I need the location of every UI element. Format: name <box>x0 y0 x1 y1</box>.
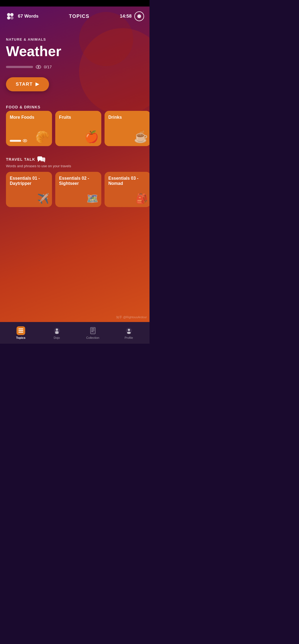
svg-rect-14 <box>18 332 23 333</box>
card-name: Drinks <box>108 115 147 120</box>
nav-item-dojo[interactable]: Dojo <box>49 326 65 339</box>
header-title: TOPICS <box>69 14 90 19</box>
svg-rect-20 <box>91 329 95 329</box>
svg-rect-12 <box>18 329 23 329</box>
svg-point-17 <box>55 332 59 334</box>
status-bar <box>0 0 150 7</box>
start-button[interactable]: START <box>6 77 49 91</box>
category-label: NATURE & ANIMALS <box>6 37 144 41</box>
travel-section: TRAVEL TALK Words and phrases to use on … <box>0 151 150 212</box>
svg-rect-22 <box>91 331 93 332</box>
card-fruits[interactable]: Fruits 🍎 <box>55 111 101 146</box>
bottom-nav: Topics Dojo Collection <box>0 322 150 344</box>
hero-section: NATURE & ANIMALS Weather 0/17 START <box>0 24 150 99</box>
card-eye-icon <box>23 139 27 142</box>
svg-point-24 <box>128 329 130 331</box>
svg-point-0 <box>7 13 10 16</box>
nav-item-collection[interactable]: Collection <box>85 326 101 339</box>
topics-icon <box>17 326 25 335</box>
card-name: More Foods <box>10 115 48 120</box>
travel-cards-row: Essentials 01 - Daytripper ✈️ Essentials… <box>6 172 150 209</box>
nav-item-profile[interactable]: Profile <box>121 326 137 339</box>
play-icon <box>35 82 39 86</box>
svg-marker-9 <box>38 160 40 162</box>
speech-bubbles-icon <box>37 156 46 162</box>
svg-point-1 <box>10 13 14 16</box>
svg-rect-19 <box>90 327 95 334</box>
word-count: 67 Words <box>18 14 38 19</box>
start-label: START <box>16 82 33 87</box>
record-inner <box>137 14 141 18</box>
card-icon: 🥐 <box>35 130 49 143</box>
svg-rect-21 <box>91 330 95 330</box>
card-icon: ☕ <box>134 130 148 143</box>
card-essentials-01[interactable]: Essentials 01 - Daytripper ✈️ <box>6 172 52 207</box>
nav-item-topics[interactable]: Topics <box>13 326 29 339</box>
svg-marker-11 <box>43 161 45 162</box>
profile-icon <box>125 326 133 335</box>
time-display: 14:58 <box>120 14 132 19</box>
food-section: FOOD & DRINKS More Foods 🥐 Fruits 🍎 <box>0 99 150 151</box>
card-icon: 🍎 <box>84 130 99 143</box>
svg-point-3 <box>10 16 14 20</box>
travel-section-subtitle: Words and phrases to use on your travels <box>6 164 150 168</box>
dojo-label: Dojo <box>54 336 60 339</box>
card-essentials-03[interactable]: Essentials 03 - Nomad 🎒 <box>105 172 150 207</box>
food-section-label: FOOD & DRINKS <box>6 105 41 109</box>
card-drinks[interactable]: Drinks ☕ <box>105 111 150 146</box>
travel-section-label: TRAVEL TALK <box>6 157 35 162</box>
record-button[interactable] <box>134 11 144 21</box>
card-name: Fruits <box>59 115 98 120</box>
card-icon: ✈️ <box>37 193 49 204</box>
eye-icon <box>36 65 41 69</box>
progress-bar-background <box>6 66 33 68</box>
header: 67 Words TOPICS 14:58 <box>0 7 150 24</box>
svg-point-5 <box>38 66 39 68</box>
svg-point-2 <box>7 16 10 20</box>
card-essentials-02[interactable]: Essentials 02 - Sightseer 🗺️ <box>55 172 101 207</box>
header-right: 14:58 <box>120 11 144 21</box>
app-container: 67 Words TOPICS 14:58 NATURE & ANIMALS W… <box>0 7 150 322</box>
food-cards-row: More Foods 🥐 Fruits 🍎 Drinks <box>6 111 150 148</box>
svg-rect-18 <box>55 331 58 332</box>
travel-section-header: TRAVEL TALK <box>6 156 150 162</box>
card-progress-bar <box>10 140 21 142</box>
card-name: Essentials 02 - Sightseer <box>59 176 98 186</box>
app-logo <box>5 11 15 21</box>
collection-icon <box>89 326 97 335</box>
svg-point-25 <box>127 332 131 334</box>
topic-title: Weather <box>6 44 144 59</box>
card-name: Essentials 03 - Nomad <box>108 176 147 186</box>
header-left: 67 Words <box>5 11 38 21</box>
svg-rect-10 <box>40 157 45 161</box>
progress-row: 0/17 <box>6 65 144 69</box>
card-icon: 🗺️ <box>86 193 99 204</box>
watermark: 知乎 @RightousArdour <box>116 315 147 319</box>
card-more-foods[interactable]: More Foods 🥐 <box>6 111 52 146</box>
dojo-icon <box>53 326 61 335</box>
topics-label: Topics <box>16 336 25 339</box>
svg-point-16 <box>56 329 58 331</box>
svg-rect-13 <box>18 330 23 331</box>
card-icon: 🎒 <box>136 193 148 204</box>
collection-label: Collection <box>86 336 99 339</box>
food-section-header: FOOD & DRINKS <box>6 105 150 109</box>
progress-text: 0/17 <box>44 65 52 69</box>
svg-point-7 <box>24 140 26 141</box>
profile-label: Profile <box>125 336 133 339</box>
card-name: Essentials 01 - Daytripper <box>10 176 48 186</box>
